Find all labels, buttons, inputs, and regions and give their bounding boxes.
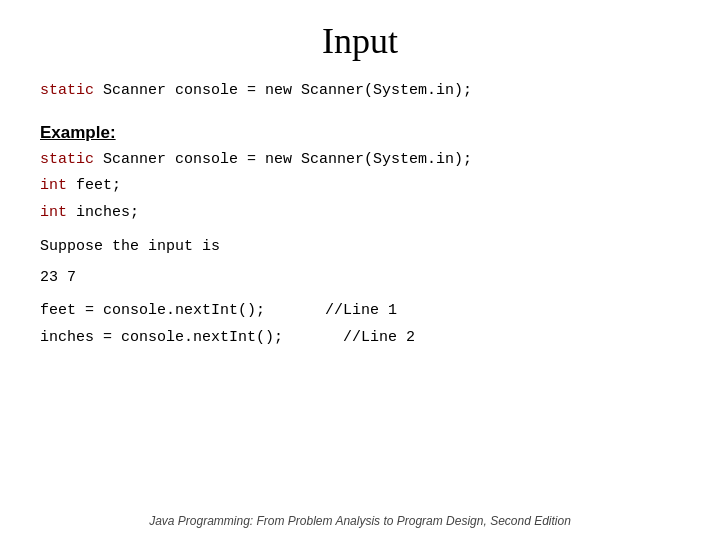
suppose-text: Suppose the input is xyxy=(40,238,680,255)
header-code-line1: static Scanner console = new Scanner(Sys… xyxy=(40,80,680,103)
example-code-rest-1: Scanner console = new Scanner(System.in)… xyxy=(94,151,472,168)
assignment-line2: inches = console.nextInt();//Line 2 xyxy=(40,327,680,350)
assignment-line1: feet = console.nextInt();//Line 1 xyxy=(40,300,680,323)
header-code-section: static Scanner console = new Scanner(Sys… xyxy=(40,80,680,103)
keyword-int-2: int xyxy=(40,204,67,221)
assignment-comment-1: //Line 1 xyxy=(325,300,397,323)
footer-text: Java Programming: From Problem Analysis … xyxy=(0,514,720,528)
assignment-code-2: inches = console.nextInt(); xyxy=(40,329,283,346)
assignment-comment-2: //Line 2 xyxy=(343,327,415,350)
keyword-int-1: int xyxy=(40,177,67,194)
example-code-line3: int inches; xyxy=(40,202,680,225)
example-code-line2: int feet; xyxy=(40,175,680,198)
assignment-code-section: feet = console.nextInt();//Line 1 inches… xyxy=(40,300,680,349)
keyword-static-2: static xyxy=(40,151,94,168)
example-code-section: static Scanner console = new Scanner(Sys… xyxy=(40,149,680,225)
input-value: 23 7 xyxy=(40,269,680,286)
example-code-rest-3: inches; xyxy=(67,204,139,221)
keyword-static-1: static xyxy=(40,82,94,99)
header-code-rest-1: Scanner console = new Scanner(System.in)… xyxy=(94,82,472,99)
example-code-line1: static Scanner console = new Scanner(Sys… xyxy=(40,149,680,172)
slide-container: Input static Scanner console = new Scann… xyxy=(0,0,720,540)
example-label: Example: xyxy=(40,123,680,143)
example-code-rest-2: feet; xyxy=(67,177,121,194)
slide-title: Input xyxy=(40,20,680,62)
assignment-code-1: feet = console.nextInt(); xyxy=(40,302,265,319)
